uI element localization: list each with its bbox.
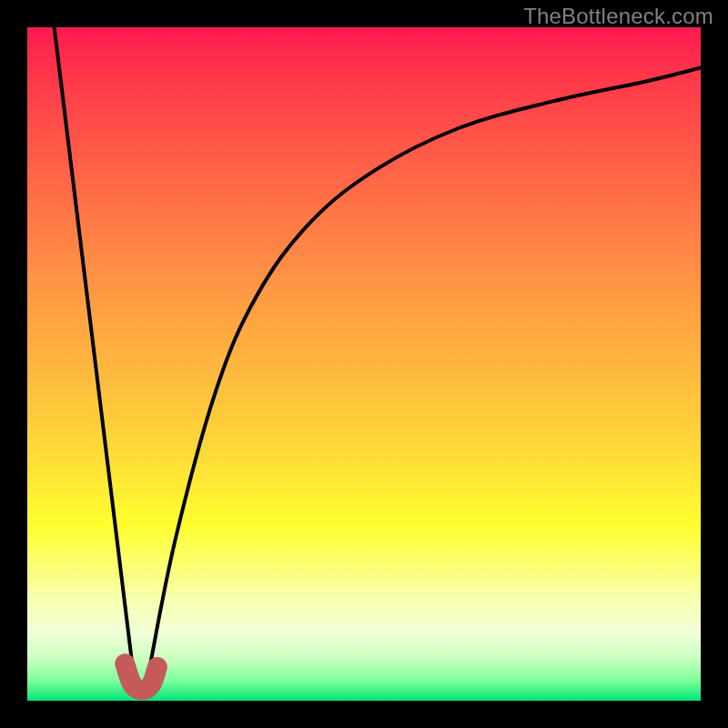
curve-left-descent [55,27,136,687]
chart-svg [27,27,701,701]
marker-arc [125,663,157,690]
outer-frame: TheBottleneck.com [0,0,728,728]
plot-area [27,27,701,701]
curve-right-rise [148,67,701,673]
attribution-label: TheBottleneck.com [523,4,713,29]
